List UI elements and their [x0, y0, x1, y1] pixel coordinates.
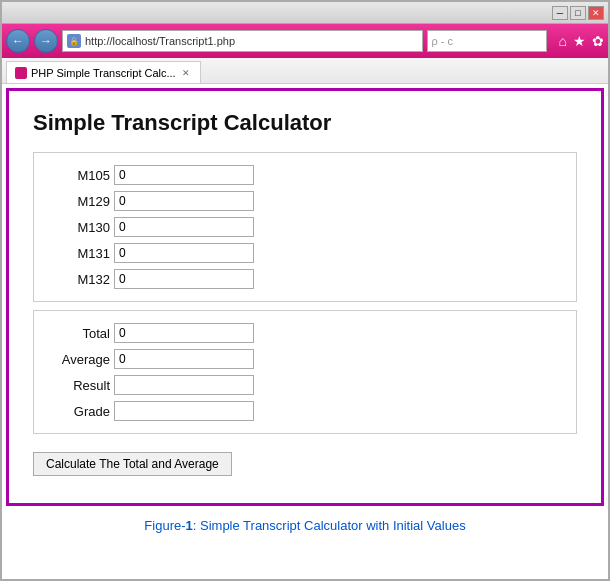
form-row-m131: M131 [50, 243, 560, 263]
form-row-grade: Grade [50, 401, 560, 421]
form-row-m130: M130 [50, 217, 560, 237]
page-title: Simple Transcript Calculator [33, 110, 577, 136]
label-m130: M130 [50, 220, 110, 235]
input-m130[interactable] [114, 217, 254, 237]
calculate-button[interactable]: Calculate The Total and Average [33, 452, 232, 476]
label-m105: M105 [50, 168, 110, 183]
search-box[interactable]: ρ - c [427, 30, 547, 52]
browser-tab[interactable]: PHP Simple Transcript Calc... ✕ [6, 61, 201, 83]
nav-icons: ⌂ ★ ✿ [559, 33, 604, 49]
input-m105[interactable] [114, 165, 254, 185]
back-button[interactable]: ← [6, 29, 30, 53]
search-placeholder: ρ - c [432, 35, 454, 47]
figure-number: 1 [186, 518, 193, 533]
close-button[interactable]: ✕ [588, 6, 604, 20]
figure-label: Figure-1: Simple Transcript Calculator w… [144, 518, 465, 533]
results-section: Total Average Result Grade [33, 310, 577, 434]
figure-caption: Figure-1: Simple Transcript Calculator w… [2, 510, 608, 541]
input-result[interactable] [114, 375, 254, 395]
input-total[interactable] [114, 323, 254, 343]
input-m131[interactable] [114, 243, 254, 263]
input-m132[interactable] [114, 269, 254, 289]
figure-description: : Simple Transcript Calculator with Init… [193, 518, 466, 533]
input-average[interactable] [114, 349, 254, 369]
tab-close-button[interactable]: ✕ [180, 67, 192, 79]
address-bar[interactable]: 🔒 http://localhost/Transcript1.php [62, 30, 423, 52]
tools-icon[interactable]: ✿ [592, 33, 604, 49]
browser-window: ─ □ ✕ ← → 🔒 http://localhost/Transcript1… [0, 0, 610, 581]
forward-button[interactable]: → [34, 29, 58, 53]
label-total: Total [50, 326, 110, 341]
tab-title: PHP Simple Transcript Calc... [31, 67, 176, 79]
tab-favicon [15, 67, 27, 79]
form-row-m105: M105 [50, 165, 560, 185]
form-row-m132: M132 [50, 269, 560, 289]
form-row-average: Average [50, 349, 560, 369]
form-row-result: Result [50, 375, 560, 395]
label-m132: M132 [50, 272, 110, 287]
subjects-section: M105 M129 M130 M131 [33, 152, 577, 302]
input-grade[interactable] [114, 401, 254, 421]
minimize-button[interactable]: ─ [552, 6, 568, 20]
label-result: Result [50, 378, 110, 393]
form-row-total: Total [50, 323, 560, 343]
page-content: Simple Transcript Calculator M105 M129 M… [13, 95, 597, 499]
label-m129: M129 [50, 194, 110, 209]
address-icon: 🔒 [67, 34, 81, 48]
label-grade: Grade [50, 404, 110, 419]
input-m129[interactable] [114, 191, 254, 211]
content-area: Simple Transcript Calculator M105 M129 M… [2, 84, 608, 579]
form-row-m129: M129 [50, 191, 560, 211]
address-text: http://localhost/Transcript1.php [85, 35, 235, 47]
tab-bar: PHP Simple Transcript Calc... ✕ [2, 58, 608, 84]
label-average: Average [50, 352, 110, 367]
nav-bar: ← → 🔒 http://localhost/Transcript1.php ρ… [2, 24, 608, 58]
title-bar: ─ □ ✕ [2, 2, 608, 24]
label-m131: M131 [50, 246, 110, 261]
home-icon[interactable]: ⌂ [559, 33, 567, 49]
figure-prefix: Figure- [144, 518, 185, 533]
outer-border: Simple Transcript Calculator M105 M129 M… [6, 88, 604, 506]
title-bar-buttons: ─ □ ✕ [552, 6, 604, 20]
maximize-button[interactable]: □ [570, 6, 586, 20]
favorites-icon[interactable]: ★ [573, 33, 586, 49]
